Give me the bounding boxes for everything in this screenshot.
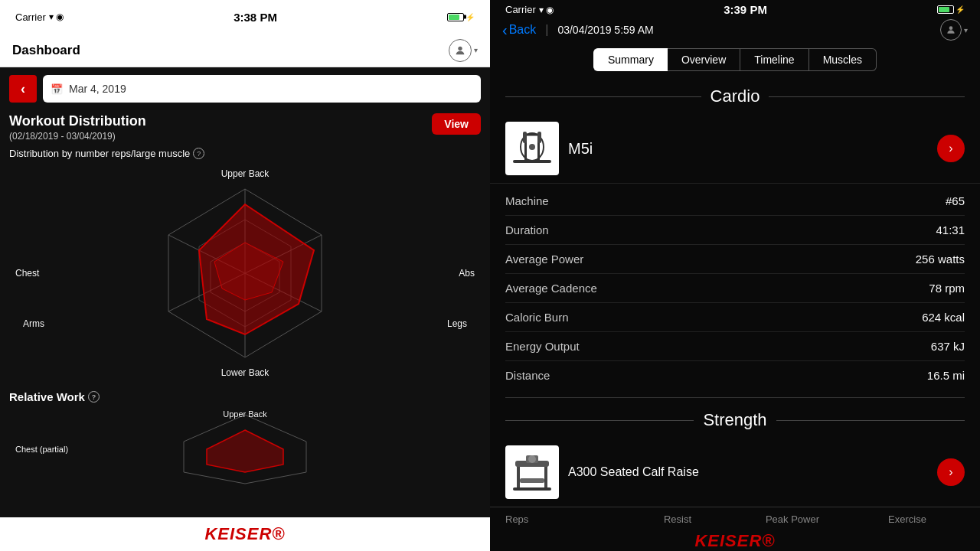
- small-radar-label-chest: Chest (partial): [15, 445, 68, 454]
- left-keiser-text: KEISER: [204, 524, 272, 543]
- distribution-label-text: Distribution by number reps/large muscle: [9, 148, 190, 159]
- strength-section-header: Strength: [490, 403, 980, 438]
- strength-line-left: [505, 420, 694, 421]
- strength-title: Strength: [703, 410, 766, 430]
- cardio-title: Cardio: [710, 86, 760, 106]
- stat-row-distance: Distance 16.5 mi: [505, 361, 965, 390]
- right-battery-icon: [937, 5, 954, 14]
- radar-chart: Upper Back Abs Lower Back Chest Legs Arm…: [0, 162, 490, 384]
- svg-rect-23: [513, 487, 551, 491]
- tab-summary[interactable]: Summary: [593, 48, 668, 71]
- cardio-section-header: Cardio: [490, 79, 980, 114]
- radar-label-abs: Abs: [459, 268, 475, 279]
- stat-value-avg-power: 256 watts: [916, 253, 965, 266]
- radar-label-legs: Legs: [447, 318, 467, 329]
- right-nav-bar: ‹ Back | 03/04/2019 5:59 AM ▾: [490, 19, 980, 41]
- stat-row-caloric-burn: Caloric Burn 624 kcal: [505, 303, 965, 332]
- relative-work-text: Relative Work: [9, 390, 85, 403]
- tab-overview[interactable]: Overview: [668, 48, 740, 71]
- right-keiser-text: KEISER: [694, 531, 762, 550]
- right-bolt-icon: ⚡: [956, 5, 965, 14]
- right-keiser-logo: KEISER®: [694, 531, 775, 551]
- workout-subtitle: (02/18/2019 - 03/04/2019): [9, 131, 146, 142]
- col-header-reps: Reps: [505, 514, 620, 525]
- stat-row-avg-power: Average Power 256 watts: [505, 245, 965, 274]
- workout-title: Workout Distribution: [9, 113, 146, 129]
- stat-row-avg-cadence: Average Cadence 78 rpm: [505, 274, 965, 303]
- stat-value-duration: 41:31: [936, 223, 965, 236]
- radar-label-chest: Chest: [15, 268, 39, 279]
- stat-value-machine: #65: [946, 194, 965, 207]
- machine-arrow-button[interactable]: ›: [937, 135, 965, 162]
- stat-label-distance: Distance: [505, 369, 550, 382]
- stat-label-duration: Duration: [505, 223, 549, 236]
- tab-muscles[interactable]: Muscles: [809, 48, 877, 71]
- left-wifi-icon: ▾ ◉: [49, 11, 64, 22]
- cardio-line-right: [769, 96, 965, 97]
- left-main-content: ‹ 📅 Mar 4, 2019 Workout Distribution (02…: [0, 67, 490, 517]
- left-avatar-chevron: ▾: [474, 46, 478, 54]
- stat-row-machine: Machine #65: [505, 187, 965, 216]
- stat-label-energy-output: Energy Output: [505, 340, 580, 353]
- left-keiser-footer: KEISER®: [0, 517, 490, 551]
- strength-arrow-button[interactable]: ›: [937, 458, 965, 486]
- stat-value-energy-output: 637 kJ: [931, 340, 965, 353]
- svg-point-0: [458, 46, 462, 50]
- right-phone-panel: Carrier ▾ ◉ 3:39 PM ⚡ ‹ Back | 03/04/201…: [490, 0, 980, 551]
- stat-row-energy-output: Energy Output 637 kJ: [505, 332, 965, 361]
- stat-value-avg-cadence: 78 rpm: [929, 282, 965, 295]
- back-chevron-icon: ‹: [502, 21, 508, 39]
- left-battery-icon: [447, 13, 464, 21]
- left-keiser-logo: KEISER®: [204, 524, 285, 544]
- left-avatar-wrapper[interactable]: ▾: [449, 39, 478, 62]
- stat-value-caloric-burn: 624 kcal: [922, 311, 965, 324]
- stat-row-duration: Duration 41:31: [505, 216, 965, 245]
- right-carrier-text: Carrier: [505, 4, 536, 15]
- strength-col-headers: Reps Resist Peak Power Exercise: [490, 507, 980, 531]
- left-phone-panel: Carrier ▾ ◉ 3:38 PM ⚡ Dashboard ▾ ‹: [0, 0, 490, 551]
- left-battery: ⚡: [447, 13, 475, 21]
- right-avatar[interactable]: [940, 19, 962, 41]
- right-avatar-wrapper[interactable]: ▾: [940, 19, 968, 41]
- workout-header: Workout Distribution (02/18/2019 - 03/04…: [0, 110, 490, 148]
- svg-point-28: [528, 455, 536, 463]
- left-bolt-icon: ⚡: [466, 13, 475, 21]
- left-nav-bar: Dashboard ▾: [0, 34, 490, 67]
- date-back-button[interactable]: ‹: [9, 75, 37, 103]
- cardio-line-left: [505, 96, 701, 97]
- col-header-peak-power: Peak Power: [735, 514, 850, 525]
- stat-label-machine: Machine: [505, 194, 549, 207]
- workout-title-block: Workout Distribution (02/18/2019 - 03/04…: [9, 113, 146, 142]
- svg-rect-25: [544, 465, 547, 487]
- view-button[interactable]: View: [432, 113, 481, 135]
- left-carrier-text: Carrier: [15, 11, 46, 23]
- back-label: Back: [509, 23, 537, 37]
- left-avatar[interactable]: [449, 39, 472, 62]
- strength-line-right: [776, 420, 965, 421]
- strength-machine-svg: [509, 449, 555, 495]
- strength-machine-image: [505, 445, 559, 499]
- dist-info-icon[interactable]: ?: [193, 148, 204, 159]
- tab-timeline[interactable]: Timeline: [740, 48, 808, 71]
- stat-value-distance: 16.5 mi: [927, 369, 965, 382]
- machine-name: M5i: [568, 140, 928, 158]
- stat-label-caloric-burn: Caloric Burn: [505, 311, 569, 324]
- right-carrier: Carrier ▾ ◉: [505, 4, 554, 15]
- svg-point-14: [949, 27, 953, 31]
- machine-card: M5i ›: [490, 114, 980, 184]
- relative-work-info-icon[interactable]: ?: [88, 391, 100, 403]
- back-button[interactable]: ‹ Back: [502, 21, 536, 39]
- small-radar-svg: [153, 411, 337, 487]
- distribution-label: Distribution by number reps/large muscle…: [0, 148, 490, 162]
- calendar-icon: 📅: [51, 83, 63, 95]
- right-battery: ⚡: [937, 5, 965, 14]
- radar-label-upper-back: Upper Back: [221, 168, 270, 179]
- left-status-bar: Carrier ▾ ◉ 3:38 PM ⚡: [0, 0, 490, 34]
- nav-divider: |: [545, 23, 548, 37]
- cardio-stats-list: Machine #65 Duration 41:31 Average Power…: [490, 184, 980, 393]
- right-keiser-footer: KEISER®: [490, 531, 980, 551]
- svg-marker-13: [207, 430, 283, 472]
- svg-rect-24: [517, 465, 520, 487]
- date-text: Mar 4, 2019: [69, 83, 126, 95]
- date-display[interactable]: 📅 Mar 4, 2019: [43, 75, 481, 103]
